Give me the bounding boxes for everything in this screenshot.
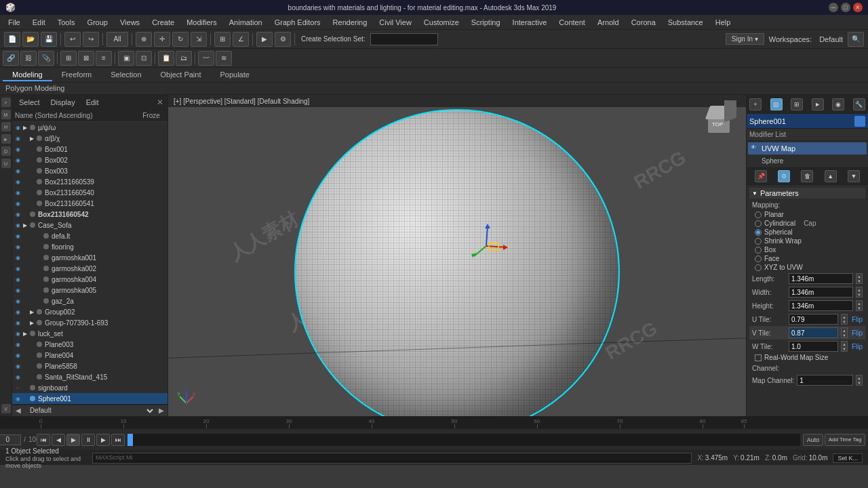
visibility-icon[interactable]: ◉ xyxy=(14,373,22,381)
map-channel-spinner[interactable]: ▲▼ xyxy=(856,375,863,386)
scene-item[interactable]: ◉ Box2131660539 xyxy=(12,176,167,187)
visibility-icon[interactable]: ◉ xyxy=(14,156,22,164)
radio-xyztouwv[interactable]: XYZ to UVW xyxy=(749,263,865,272)
menu-item-civil view[interactable]: Civil View xyxy=(374,17,416,28)
minimize-button[interactable]: ─ xyxy=(829,3,838,12)
real-world-row[interactable]: Real-World Map Size xyxy=(749,353,865,362)
visibility-icon[interactable]: ◉ xyxy=(14,297,22,305)
pin-stack-icon[interactable]: 📌 xyxy=(755,170,767,182)
group-button[interactable]: ▣ xyxy=(118,51,134,66)
scene-item[interactable]: ◉ Box2131660541 xyxy=(12,198,167,209)
viewport[interactable]: [+] [Perspective] [Standard] [Default Sh… xyxy=(168,95,746,416)
timeline-scrubber[interactable] xyxy=(127,434,800,446)
save-button[interactable]: 💾 xyxy=(41,32,57,47)
create-icon[interactable]: + xyxy=(1,98,11,107)
modifier-configure-icon[interactable]: ⚙ xyxy=(778,170,790,182)
visibility-icon[interactable]: ◉ xyxy=(14,188,22,197)
scene-item[interactable]: ◉ garmoshka002 xyxy=(12,263,167,274)
motion-icon[interactable]: ► xyxy=(1,134,11,144)
create-sel-set-input[interactable] xyxy=(370,33,438,45)
scale-tool[interactable]: ⇲ xyxy=(191,32,207,47)
menu-item-rendering[interactable]: Rendering xyxy=(328,17,373,28)
object-name-input[interactable] xyxy=(749,117,852,125)
object-color-swatch[interactable] xyxy=(854,116,865,127)
scene-item[interactable]: ◉ Box2131660542 xyxy=(12,209,167,220)
new-button[interactable]: 📄 xyxy=(4,32,20,47)
menu-item-file[interactable]: File xyxy=(3,17,26,28)
visibility-icon[interactable]: ◉ xyxy=(14,145,22,153)
panel-next-button[interactable]: ▶ xyxy=(155,405,167,416)
visibility-icon[interactable]: ◉ xyxy=(14,319,22,327)
visibility-icon[interactable]: ◉ xyxy=(14,134,22,142)
maximize-button[interactable]: □ xyxy=(841,3,850,12)
w-tile-value[interactable]: 1.0 xyxy=(789,341,838,352)
length-spinner[interactable]: ▲▼ xyxy=(856,273,863,284)
radio-xyztouwv-dot[interactable] xyxy=(755,264,762,271)
v-tile-spinner[interactable]: ▲▼ xyxy=(841,327,848,338)
go-end-button[interactable]: ⏭ xyxy=(111,434,125,446)
maxscript-input[interactable]: MAXScript Mi xyxy=(92,453,692,464)
menu-item-content[interactable]: Content xyxy=(553,17,591,28)
tab-selection[interactable]: Selection xyxy=(101,69,151,81)
radio-shrinkwrap-dot[interactable] xyxy=(755,238,762,245)
align-button[interactable]: ≡ xyxy=(96,51,112,66)
scene-tab-select[interactable]: Select xyxy=(16,97,43,108)
radio-cylindrical-dot[interactable] xyxy=(755,220,762,227)
menu-item-graph editors[interactable]: Graph Editors xyxy=(269,17,326,28)
visibility-icon[interactable]: ◉ xyxy=(14,308,22,316)
radio-spherical-dot[interactable] xyxy=(755,229,762,236)
menu-item-tools[interactable]: Tools xyxy=(52,17,81,28)
height-value[interactable]: 1.346m xyxy=(789,300,853,311)
scene-item[interactable]: ◉ flooring xyxy=(12,241,167,252)
visibility-icon[interactable]: ◉ xyxy=(14,340,22,348)
radio-shrinkwrap[interactable]: Shrink Wrap xyxy=(749,237,865,245)
scene-close-button[interactable]: ✕ xyxy=(157,98,163,107)
visibility-icon[interactable]: ◉ xyxy=(14,178,22,186)
scene-item[interactable]: ◉▶μ/ψ/ω xyxy=(12,122,167,133)
utilities-icon[interactable]: U xyxy=(1,159,11,168)
tab-freeform[interactable]: Freeform xyxy=(52,69,102,81)
angle-snap[interactable]: ∠ xyxy=(233,32,249,47)
snap-toggle[interactable]: ⊞ xyxy=(214,32,231,47)
scene-item[interactable]: ○ signboard xyxy=(12,382,167,393)
visibility-icon[interactable]: ◉ xyxy=(14,243,22,251)
modifier-eye-icon[interactable]: 👁 xyxy=(751,144,759,152)
rotate-tool[interactable]: ↻ xyxy=(172,32,189,47)
create-mode-icon[interactable]: + xyxy=(749,98,762,110)
scene-item[interactable]: ◉ Box003 xyxy=(12,165,167,176)
motion-mode-icon[interactable]: ► xyxy=(812,98,824,110)
set-key-button[interactable]: Set K... xyxy=(833,453,863,463)
v-tile-value[interactable]: 0.87 xyxy=(789,327,838,338)
expand-arrow-icon[interactable]: ▶ xyxy=(23,125,30,131)
layer-manager[interactable]: 📋 xyxy=(158,51,174,66)
select-tool[interactable]: ⊕ xyxy=(136,32,152,47)
radio-face-dot[interactable] xyxy=(755,256,762,262)
ungroup-button[interactable]: ⊡ xyxy=(136,51,152,66)
display-mode-icon[interactable]: ◉ xyxy=(832,98,844,110)
w-flip-button[interactable]: Flip xyxy=(852,343,863,350)
visibility-icon[interactable]: ◉ xyxy=(14,286,22,294)
visibility-icon[interactable]: ◉ xyxy=(14,123,22,131)
visibility-icon[interactable]: ○ xyxy=(14,384,22,392)
menu-item-interactive[interactable]: Interactive xyxy=(507,17,553,28)
menu-item-customize[interactable]: Customize xyxy=(418,17,465,28)
expand-arrow-icon[interactable]: ▶ xyxy=(23,331,30,337)
pause-button[interactable]: ⏸ xyxy=(81,434,95,446)
visibility-icon[interactable]: ◉ xyxy=(14,351,22,359)
width-spinner[interactable]: ▲▼ xyxy=(856,287,863,298)
menu-item-help[interactable]: Help xyxy=(710,17,736,28)
visibility-icon[interactable]: ◉ xyxy=(14,394,22,403)
mirror-button[interactable]: ⊞ xyxy=(60,51,77,66)
modify-icon[interactable]: M xyxy=(1,110,11,119)
scene-item[interactable]: ◉ Plane003 xyxy=(12,339,167,350)
play-button[interactable]: ▶ xyxy=(66,434,80,446)
radio-face[interactable]: Face xyxy=(749,254,865,263)
panel-prev-button[interactable]: ◀ xyxy=(12,405,24,416)
scene-item[interactable]: ◉ garmoshka005 xyxy=(12,285,167,296)
viewport-icon[interactable]: V xyxy=(1,404,11,413)
scene-item[interactable]: ◉ garmoshka004 xyxy=(12,274,167,285)
visibility-icon[interactable]: ◉ xyxy=(14,275,22,283)
frame-input[interactable] xyxy=(0,434,21,445)
render-button[interactable]: ▶ xyxy=(256,32,273,47)
tab-modeling[interactable]: Modeling xyxy=(3,69,52,81)
